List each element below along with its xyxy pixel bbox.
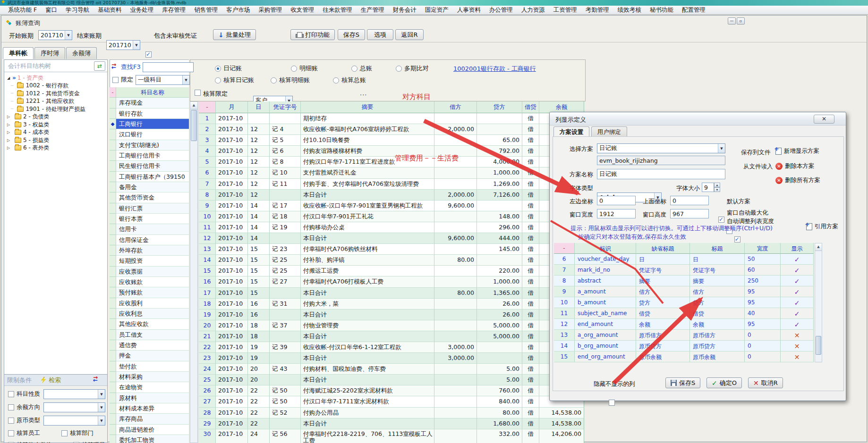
view-mode-radio[interactable]: 核算明细账 (271, 76, 310, 84)
font-size-input[interactable]: 9 (702, 183, 714, 192)
ledger-row[interactable]: 21 2017-10 18 本日合计 5,000.00 借 (199, 331, 584, 342)
ledger-row[interactable]: 8 2017-10 12 本日合计 2,000.00 7,126.00 借 (199, 190, 584, 201)
options-button[interactable]: 选项 (367, 29, 393, 40)
save-to-file-button[interactable]: 保存到文件 (741, 149, 771, 157)
tree-node[interactable]: ▷ 5 - 损益类 (6, 136, 107, 144)
subject-row[interactable]: 员工借支 (110, 330, 189, 340)
visible-flag-icon[interactable]: ✓ (781, 276, 814, 286)
menu-item[interactable]: 基础资料 (94, 6, 126, 15)
add-scheme-button[interactable]: 新增显示方案 (775, 147, 819, 155)
subject-row[interactable]: 民生银行信用卡 (110, 161, 189, 171)
chevron-down-icon[interactable]: ▼ (98, 416, 105, 425)
menu-item[interactable]: 采购管理 (254, 6, 286, 15)
view-mode-radio[interactable]: 多期比对 (396, 64, 429, 73)
dialog-titlebar[interactable]: 列显示定义 (550, 112, 846, 125)
ledger-row[interactable]: 22 2017-10 19 记 39 收应收帐-付汉口年华6-1-12室工程款 … (199, 342, 584, 353)
column-grid-row[interactable]: 6 voucher_date_day 日 日 50 ✓ (554, 254, 814, 265)
save-button[interactable]: 保存S (338, 29, 365, 40)
menu-item[interactable]: 人力资源 (517, 6, 549, 15)
menu-item[interactable]: 财务会计 (389, 6, 421, 15)
ledger-row[interactable]: 15 2017-10 15 记 25 付搬运工运费 220.00 借 (199, 266, 584, 276)
column-grid-scrollbar[interactable]: ▲ (815, 243, 822, 362)
column-grid-row[interactable]: 10 b_amount 贷方 贷方 95 ✓ (554, 297, 814, 308)
tree-node[interactable]: ┄ 1012 - 其他货币资金 (6, 90, 107, 98)
restrict-checkbox[interactable] (8, 418, 14, 424)
view-mode-radio[interactable]: 核算总账 (333, 76, 366, 84)
tree-node[interactable]: ▷ 3 - 权益类 (6, 121, 107, 129)
subject-row[interactable]: 材料成本差异 (110, 403, 189, 414)
chevron-down-icon[interactable]: ▼ (98, 390, 105, 399)
column-grid-row[interactable]: 14 b_org_amount 原币贷方 原币贷方 0 ✕ (554, 341, 814, 351)
restrict-checkbox[interactable] (8, 404, 14, 410)
subject-row[interactable]: 工商银行 (110, 119, 189, 129)
tree-expander-icon[interactable]: ▷ (6, 138, 11, 142)
chevron-down-icon[interactable]: ▼ (133, 41, 140, 50)
menu-item[interactable]: 销售管理 (190, 6, 222, 15)
menu-item[interactable]: 系统功能 F (4, 6, 41, 15)
tree-node[interactable]: ▷ 4 - 成本类 (6, 129, 107, 137)
subject-row[interactable]: 备用金 (110, 182, 189, 192)
tree-expander-icon[interactable]: ▷ (6, 115, 11, 119)
visible-flag-icon[interactable]: ✓ (781, 308, 814, 319)
tree-node[interactable]: ▷ 2 - 负债类 (6, 113, 107, 121)
menu-item[interactable]: 考勤管理 (581, 6, 613, 15)
account-limit-checkbox[interactable] (195, 90, 201, 96)
subject-row[interactable]: 其他货币资金 (110, 192, 189, 203)
ledger-row[interactable]: 7 2017-10 12 记 11 付购手套、支付幸福时代A706室垃圾清理费 … (199, 179, 584, 190)
subject-row[interactable]: 押金 (110, 351, 189, 361)
visible-flag-icon[interactable]: ✓ (781, 265, 814, 276)
left-coord-input[interactable]: 0 (597, 196, 636, 205)
back-button[interactable]: 返回R (395, 29, 424, 40)
minimize-icon[interactable]: — (728, 17, 736, 25)
tree-node[interactable]: ┄ 1002 - 银行存款 (6, 82, 107, 90)
dialog-tab[interactable]: 用户绑定 (591, 126, 627, 137)
menu-item[interactable]: 生产管理 (357, 6, 389, 15)
tree-node[interactable]: ▷ 6 - 表外类 (6, 144, 107, 152)
menu-item[interactable]: 窗口 (41, 6, 61, 15)
ledger-row[interactable]: 19 2017-10 16 本日合计 26.00 借 (199, 309, 584, 320)
ledger-row[interactable]: 13 2017-10 15 记 23 付幸福时代A706购铁丝材料 145.00… (199, 244, 584, 255)
menu-item[interactable]: 客户市场 (222, 6, 254, 15)
ledger-row[interactable]: 9 2017-10 14 记 17 收应收帐-汉口年华7-901室董亚男钢构工程… (199, 201, 584, 211)
scrollbar-thumb[interactable] (816, 336, 821, 355)
window-width-input[interactable]: 1912 (597, 209, 636, 218)
visible-flag-icon[interactable]: ✕ (781, 330, 814, 341)
visible-flag-icon[interactable]: ✓ (781, 254, 814, 265)
ledger-row[interactable]: 10 2017-10 14 记 18 付汉口年华7-901开工礼花 148.00… (199, 211, 584, 222)
ledger-row[interactable]: 3 2017-10 12 记 5 付10.10日晚餐费 65.00 借 (199, 135, 584, 146)
subject-row[interactable]: 垫付款 (110, 361, 189, 372)
view-mode-radio[interactable]: 明细账 (291, 64, 318, 73)
chevron-down-icon[interactable]: ▼ (98, 403, 105, 412)
tab[interactable]: 序时簿 (34, 47, 65, 59)
ledger-row[interactable]: 20 2017-10 18 记 37 付物业管理费 5,000.00 借 (199, 320, 584, 331)
subject-row[interactable]: 应收账款 (110, 277, 189, 287)
column-grid-row[interactable]: 9 a_amount 借方 借方 95 ✓ (554, 286, 814, 297)
load-from-file-button[interactable]: 从文件读入 (743, 163, 773, 171)
batch-process-button[interactable]: ↓ 批量处理 (213, 29, 256, 40)
view-mode-radio[interactable]: 核算日记账 (215, 76, 254, 84)
menu-item[interactable]: 学习导航 (61, 6, 94, 15)
menu-item[interactable]: 秘书功能 (646, 6, 678, 15)
chevron-down-icon[interactable]: ▼ (65, 31, 72, 40)
column-grid-row[interactable]: 13 a_org_amount 原币借方 原币借方 0 ✕ (554, 330, 814, 341)
column-grid-row[interactable]: 12 end_amount 余额 余额 95 ✓ (554, 319, 814, 330)
ledger-row[interactable]: 2 2017-10 12 记 4 收应收帐-幸福时代A706室胡婷婷工程款 2,… (199, 124, 584, 135)
dialog-tab[interactable]: 方案设置 (553, 126, 589, 137)
menu-item[interactable]: 办公管理 (485, 6, 517, 15)
subject-row[interactable]: 银行本票 (110, 214, 189, 224)
tree-node[interactable]: ◢ » 1 - 资产类 (6, 74, 107, 82)
restore-icon[interactable]: ▫ (737, 17, 745, 25)
print-button[interactable]: 打印功能 (290, 29, 335, 40)
column-grid-row[interactable]: 15 end_org_amount 原币余额 原币余额 0 ✕ (554, 351, 814, 362)
ledger-row[interactable]: 14 2017-10 15 记 25 付补胎、购洋镐 80.00 借 (199, 255, 584, 266)
subject-row[interactable]: 短期投资 (110, 256, 189, 266)
window-height-input[interactable]: 967 (670, 209, 709, 218)
subject-row[interactable]: 信用卡 (110, 224, 189, 234)
restrict-combo[interactable]: ▼ (43, 402, 105, 412)
ledger-row[interactable]: 26 2017-10 22 记 50 付海赋江城25-2202室水泥材料款 76… (199, 385, 584, 396)
tree-node[interactable]: ┄ 1221 - 其他应收款 (6, 98, 107, 106)
end-period-combo[interactable]: 201710▼ (106, 40, 140, 50)
subject-row[interactable]: 应收票据 (110, 267, 189, 277)
ledger-row[interactable]: 23 2017-10 19 本日合计 3,000.00 借 (199, 353, 584, 364)
subject-row[interactable]: 库存现金 (110, 98, 189, 108)
